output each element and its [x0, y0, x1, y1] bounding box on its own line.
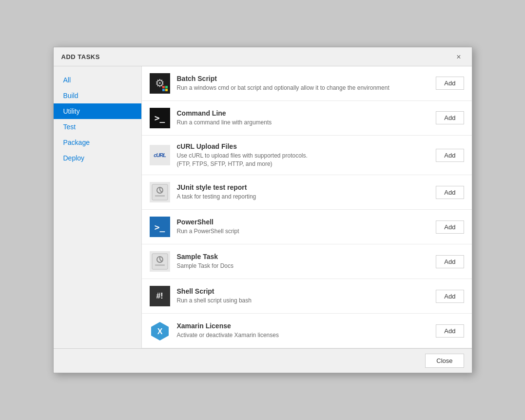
task-name-junit-report: JUnit style test report	[177, 183, 429, 191]
close-dialog-button[interactable]: Close	[425, 354, 464, 368]
add-tasks-dialog: ADD TASKS × AllBuildUtilityTestPackageDe…	[53, 47, 472, 374]
add-button-junit-report[interactable]: Add	[436, 186, 464, 199]
task-desc-sample-task: Sample Task for Docs	[177, 262, 429, 270]
sidebar-item-all[interactable]: All	[54, 72, 141, 88]
task-name-curl-upload: cURL Upload Files	[177, 142, 429, 150]
powershell-icon: >_	[150, 217, 170, 237]
content-area: ⚙ Batch Script Run a windows cmd or bat …	[141, 66, 472, 349]
task-item-xamarin-license: X Xamarin License Activate or deactivate…	[142, 314, 472, 348]
task-item-junit-report: JUnit style test report A task for testi…	[142, 175, 472, 210]
curl-icon: cURL	[150, 145, 170, 165]
task-info-junit-report: JUnit style test report A task for testi…	[177, 183, 429, 201]
svg-rect-5	[152, 254, 168, 269]
task-name-shell-script: Shell Script	[177, 287, 429, 295]
task-item-sample-task: Sample Task Sample Task for Docs Add	[142, 244, 472, 279]
dialog-header: ADD TASKS ×	[54, 47, 472, 66]
xamarin-icon: X	[150, 320, 170, 341]
task-item-batch-script: ⚙ Batch Script Run a windows cmd or bat …	[142, 66, 472, 101]
sidebar: AllBuildUtilityTestPackageDeploy	[54, 66, 141, 349]
task-name-xamarin-license: Xamarin License	[177, 322, 429, 330]
sample-icon-svg	[151, 253, 169, 270]
junit-icon-svg	[151, 183, 169, 201]
task-info-command-line: Command Line Run a command line with arg…	[177, 109, 429, 127]
add-button-xamarin-license[interactable]: Add	[436, 324, 464, 338]
task-info-curl-upload: cURL Upload Files Use cURL to upload fil…	[177, 142, 429, 168]
dialog-body: AllBuildUtilityTestPackageDeploy ⚙ Batch…	[54, 66, 472, 349]
task-info-batch-script: Batch Script Run a windows cmd or bat sc…	[177, 75, 429, 92]
task-item-powershell: >_ PowerShell Run a PowerShell script Ad…	[142, 210, 472, 244]
add-button-batch-script[interactable]: Add	[436, 77, 464, 90]
task-desc-command-line: Run a command line with arguments	[177, 119, 429, 127]
task-item-command-line: >_ Command Line Run a command line with …	[142, 101, 472, 136]
sidebar-item-test[interactable]: Test	[54, 119, 141, 135]
task-item-shell-script: #! Shell Script Run a shell script using…	[142, 279, 472, 314]
task-info-shell-script: Shell Script Run a shell script using ba…	[177, 287, 429, 305]
task-name-powershell: PowerShell	[177, 218, 429, 226]
add-button-shell-script[interactable]: Add	[436, 290, 464, 303]
dialog-title: ADD TASKS	[61, 53, 100, 60]
task-desc-batch-script: Run a windows cmd or bat script and opti…	[177, 84, 429, 92]
sidebar-item-deploy[interactable]: Deploy	[54, 150, 141, 166]
svg-rect-0	[152, 184, 168, 200]
task-desc-powershell: Run a PowerShell script	[177, 227, 429, 236]
dialog-footer: Close	[54, 348, 472, 373]
task-desc-shell-script: Run a shell script using bash	[177, 297, 429, 305]
task-desc-curl-upload: Use cURL to upload files with supported …	[177, 152, 429, 168]
task-name-batch-script: Batch Script	[177, 75, 429, 82]
add-button-curl-upload[interactable]: Add	[436, 149, 464, 162]
add-button-powershell[interactable]: Add	[436, 220, 464, 234]
svg-rect-4	[155, 195, 165, 197]
shellscript-icon: #!	[150, 286, 170, 306]
task-info-sample-task: Sample Task Sample Task for Docs	[177, 253, 429, 270]
task-item-curl-upload: cURL cURL Upload Files Use cURL to uploa…	[142, 136, 472, 176]
sidebar-item-utility[interactable]: Utility	[54, 103, 141, 119]
svg-rect-9	[155, 264, 165, 266]
sample-icon	[150, 251, 170, 272]
add-button-command-line[interactable]: Add	[436, 111, 464, 124]
header-close-button[interactable]: ×	[453, 52, 464, 62]
junit-icon	[150, 182, 170, 202]
task-info-xamarin-license: Xamarin License Activate or deactivate X…	[177, 322, 429, 340]
task-list: ⚙ Batch Script Run a windows cmd or bat …	[142, 66, 472, 349]
task-name-command-line: Command Line	[177, 109, 429, 117]
sidebar-item-build[interactable]: Build	[54, 88, 141, 103]
add-button-sample-task[interactable]: Add	[436, 255, 464, 268]
sidebar-item-package[interactable]: Package	[54, 135, 141, 150]
cmdline-icon: >_	[150, 108, 170, 128]
svg-text:X: X	[157, 327, 162, 336]
batch-icon: ⚙	[150, 73, 170, 94]
task-desc-xamarin-license: Activate or deactivate Xamarin licenses	[177, 331, 429, 340]
task-name-sample-task: Sample Task	[177, 253, 429, 260]
task-info-powershell: PowerShell Run a PowerShell script	[177, 218, 429, 236]
task-desc-junit-report: A task for testing and reporting	[177, 193, 429, 201]
